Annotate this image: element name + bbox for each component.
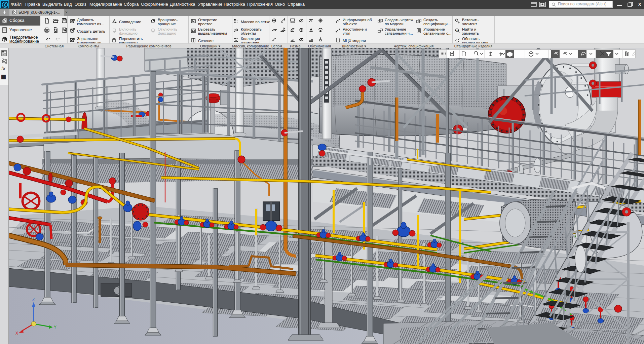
svg-text:Y: Y — [54, 325, 56, 330]
svg-text:X: X — [15, 331, 18, 336]
svg-text:АБ: АБ — [456, 30, 459, 32]
svg-text:Z: Z — [32, 297, 35, 302]
